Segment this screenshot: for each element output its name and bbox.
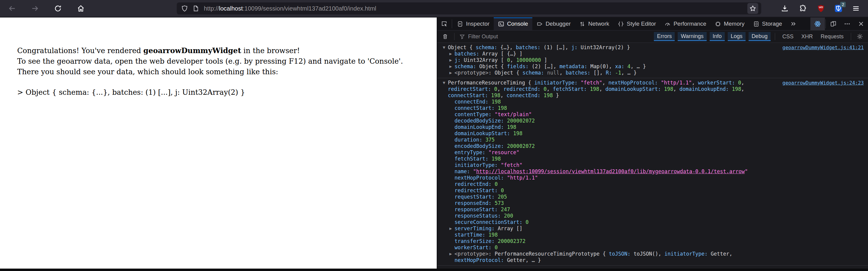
reload-icon[interactable] bbox=[53, 3, 63, 14]
tab-memory[interactable]: Memory bbox=[711, 18, 749, 30]
console-row[interactable]: ▶<prototype>: Object { schema: null, bat… bbox=[450, 70, 760, 76]
console-text bbox=[578, 80, 581, 86]
extension-atom-icon[interactable] bbox=[810, 18, 825, 30]
console-row[interactable]: entryType: "resource" bbox=[450, 149, 760, 156]
twisty-open-icon[interactable]: ▼ bbox=[443, 80, 448, 99]
console-line-text: encodedBodySize: 200002072 bbox=[455, 143, 760, 149]
console-row[interactable]: responseStart: 247 bbox=[450, 206, 760, 213]
console-row[interactable]: ▶j: Uint32Array [ 0, 10000000 ] bbox=[450, 57, 760, 63]
console-text: workerStart: bbox=[698, 80, 735, 86]
console-row[interactable]: fetchStart: 198 bbox=[450, 156, 760, 162]
twisty-closed-icon[interactable]: ▶ bbox=[450, 51, 455, 57]
console-text bbox=[498, 206, 501, 212]
console-row[interactable]: ▶batches: Array [ {…} ] bbox=[450, 51, 760, 57]
twisty-closed-icon[interactable]: ▶ bbox=[450, 63, 455, 70]
filter-category-requests[interactable]: Requests bbox=[818, 33, 846, 40]
extension-badge: 2 bbox=[840, 2, 846, 7]
console-row[interactable]: duration: 375 bbox=[450, 137, 760, 143]
shield-icon[interactable] bbox=[181, 5, 188, 12]
console-row[interactable]: ▶schema: Object { fields: (2) […], metad… bbox=[450, 63, 760, 70]
close-icon[interactable] bbox=[854, 18, 868, 30]
console-row[interactable]: startTime: 198 bbox=[450, 232, 760, 238]
download-icon[interactable] bbox=[779, 3, 790, 14]
meatball-menu-icon[interactable] bbox=[840, 18, 854, 30]
forward-icon[interactable] bbox=[30, 3, 40, 14]
pick-element-icon[interactable] bbox=[437, 18, 451, 30]
filter-toggle-logs[interactable]: Logs bbox=[728, 32, 746, 41]
tab-storage[interactable]: Storage bbox=[749, 18, 786, 30]
console-text: fetchStart: bbox=[455, 156, 489, 162]
filter-category-xhr[interactable]: XHR bbox=[798, 33, 816, 40]
twisty-closed-icon[interactable]: ▶ bbox=[450, 225, 455, 232]
console-text: startTime: bbox=[455, 232, 485, 238]
console-row[interactable]: secureConnectionStart: 0 bbox=[450, 219, 760, 225]
responsive-design-icon[interactable] bbox=[826, 18, 840, 30]
source-location-link[interactable]: geoarrowDummyWidget.js:41:21 bbox=[764, 44, 864, 51]
twisty-closed-icon[interactable]: ▶ bbox=[450, 57, 455, 63]
console-row[interactable]: connectEnd: 198 bbox=[450, 99, 760, 105]
filter-toggle-errors[interactable]: Errors bbox=[654, 32, 675, 41]
url-text[interactable]: http://localhost:10099/session/viewhtml1… bbox=[204, 5, 747, 12]
console-row[interactable]: redirectStart: 0 bbox=[450, 187, 760, 194]
tab-inspector[interactable]: Inspector bbox=[453, 18, 494, 30]
ublock-shield-icon[interactable]: UO bbox=[815, 3, 826, 14]
settings-gear-icon[interactable] bbox=[855, 33, 864, 40]
console-row[interactable]: domainLookupStart: 198 bbox=[450, 130, 760, 137]
nav-button-group bbox=[7, 3, 86, 14]
menu-hamburger-icon[interactable] bbox=[850, 3, 861, 14]
console-row[interactable]: redirectEnd: 0 bbox=[450, 181, 760, 187]
console-row[interactable]: ▼PerformanceResourceTiming { initiatorTy… bbox=[443, 80, 760, 99]
console-row[interactable]: ▶serverTiming: Array [] bbox=[450, 225, 760, 232]
page-info-icon[interactable] bbox=[192, 5, 199, 12]
filter-output-input[interactable]: Filter Output bbox=[459, 33, 498, 40]
console-row[interactable]: decodedBodySize: 200002072 bbox=[450, 118, 760, 124]
bookmark-star-icon[interactable] bbox=[747, 3, 758, 14]
console-text: "fetch" bbox=[581, 80, 602, 86]
tab-console[interactable]: Console bbox=[494, 18, 532, 30]
extensions-puzzle-icon[interactable] bbox=[798, 3, 808, 14]
console-message: ▼Object { schema: {…}, batches: (1) […],… bbox=[443, 44, 760, 76]
console-row[interactable]: responseStatus: 200 bbox=[450, 213, 760, 219]
resource-url-link[interactable]: http://localhost:10099/session/viewhtml1… bbox=[476, 169, 745, 174]
console-row[interactable]: domainLookupEnd: 198 bbox=[450, 124, 760, 130]
console-text: 0 bbox=[494, 86, 497, 92]
source-location-link[interactable]: geoarrowDummyWidget.js:24:23 bbox=[764, 80, 864, 86]
tab-style-editor[interactable]: Style Editor bbox=[614, 18, 660, 30]
twisty-closed-icon[interactable]: ▶ bbox=[450, 251, 455, 264]
console-line-text: responseEnd: 573 bbox=[455, 200, 760, 206]
tab-network[interactable]: Network bbox=[575, 18, 614, 30]
tab-performance[interactable]: Performance bbox=[660, 18, 711, 30]
console-text: Object { bbox=[492, 70, 522, 76]
filter-category-css[interactable]: CSS bbox=[779, 33, 797, 40]
overflow-chevron-icon[interactable] bbox=[786, 18, 800, 30]
console-row[interactable]: ▶<prototype>: PerformanceResourceTimingP… bbox=[450, 251, 760, 264]
console-text: encodedBodySize: bbox=[455, 143, 504, 149]
filter-toggle-warnings[interactable]: Warnings bbox=[678, 32, 706, 41]
twisty-open-icon[interactable]: ▼ bbox=[443, 44, 448, 51]
trash-icon[interactable] bbox=[441, 33, 450, 39]
console-row[interactable]: connectStart: 198 bbox=[450, 105, 760, 111]
console-row[interactable]: nextHopProtocol: "http/1.1" bbox=[450, 175, 760, 181]
twisty-closed-icon[interactable]: ▶ bbox=[450, 70, 455, 76]
funnel-icon bbox=[459, 34, 465, 39]
filter-toggle-debug[interactable]: Debug bbox=[749, 32, 771, 41]
url-bar[interactable]: http://localhost:10099/session/viewhtml1… bbox=[177, 2, 761, 14]
tab-debugger[interactable]: Debugger bbox=[532, 18, 575, 30]
console-row[interactable]: transferSize: 200002372 bbox=[450, 238, 760, 244]
bitwarden-shield-icon[interactable]: 2 bbox=[834, 4, 843, 13]
console-row[interactable]: workerStart: 0 bbox=[450, 244, 760, 251]
console-row[interactable]: encodedBodySize: 200002072 bbox=[450, 143, 760, 149]
url-scheme: http:// bbox=[204, 5, 219, 12]
console-row[interactable]: contentType: "text/plain" bbox=[450, 111, 760, 118]
page-content: Congratulations! You've rendered geoarro… bbox=[0, 18, 437, 269]
filter-toggle-info[interactable]: Info bbox=[710, 32, 725, 41]
console-row[interactable]: ▼Object { schema: {…}, batches: (1) […],… bbox=[443, 44, 760, 51]
console-row[interactable]: initiatorType: "fetch" bbox=[450, 162, 760, 169]
console-row[interactable]: name: "http://localhost:10099/session/vi… bbox=[450, 169, 760, 175]
back-icon[interactable] bbox=[7, 3, 18, 14]
console-row[interactable]: responseEnd: 573 bbox=[450, 200, 760, 206]
home-icon[interactable] bbox=[75, 3, 86, 14]
console-text: workerStart: bbox=[455, 244, 492, 250]
twisty-spacer bbox=[450, 181, 455, 187]
console-row[interactable]: requestStart: 205 bbox=[450, 194, 760, 200]
